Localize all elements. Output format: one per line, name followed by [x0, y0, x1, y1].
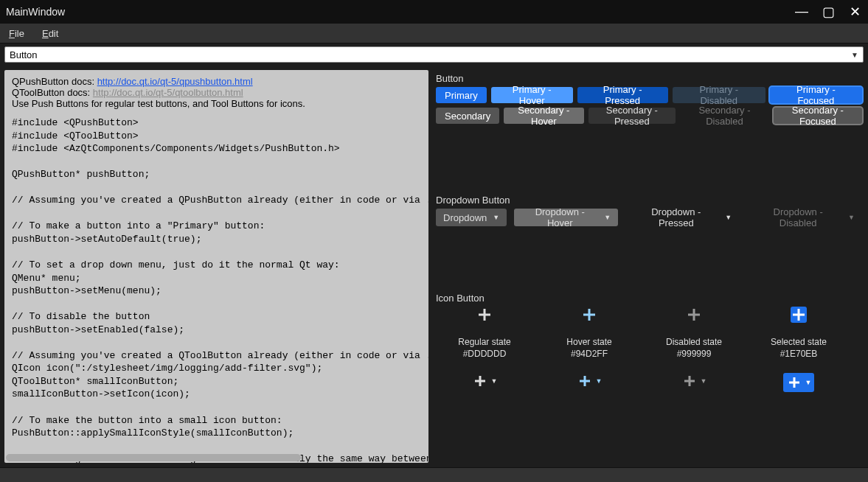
icon-dropdown-hover: ▼ — [541, 373, 638, 392]
icon-dropdown-regular: ▼ — [436, 373, 533, 392]
close-icon[interactable]: ✕ — [847, 4, 862, 20]
primary-hover-button[interactable]: Primary - Hover — [491, 87, 573, 103]
usage-note: Use Push Buttons for regular test button… — [12, 98, 421, 109]
dropdown-label: Dropdown - Disabled — [754, 206, 842, 228]
qpush-docs-label: QPushButton docs: — [12, 76, 97, 87]
horizontal-scrollbar[interactable] — [6, 454, 427, 461]
plus-icon[interactable] — [476, 307, 493, 323]
dropdown-pressed-button[interactable]: Dropdown - Pressed▼ — [625, 209, 739, 226]
dropdown-section-label: Dropdown Button — [436, 195, 862, 206]
secondary-button-row: Secondary Secondary - Hover Secondary - … — [436, 108, 862, 124]
secondary-button[interactable]: Secondary — [436, 108, 499, 124]
primary-focused-button[interactable]: Primary - Focused — [770, 87, 862, 103]
plus-dropdown-icon[interactable]: ▼ — [577, 373, 603, 389]
qtool-docs-link[interactable]: http://doc.qt.io/qt-5/qtoolbutton.html — [93, 87, 243, 98]
plus-dropdown-icon[interactable]: ▼ — [783, 373, 815, 392]
code-snippet: #include <QPushButton> #include <QToolBu… — [12, 116, 421, 463]
qpush-docs-line: QPushButton docs: http://doc.qt.io/qt-5/… — [12, 76, 421, 87]
plus-dropdown-icon[interactable]: ▼ — [472, 373, 498, 389]
titlebar: MainWindow — ▢ ✕ — [0, 0, 868, 24]
qtool-docs-line: QToolButton docs: http://doc.qt.io/qt-5/… — [12, 87, 421, 98]
icon-button-section: Icon Button Regular state#DDDDDD Hover s… — [436, 293, 862, 392]
icon-cell-regular — [436, 307, 533, 323]
window-controls: — ▢ ✕ — [794, 4, 862, 20]
button-section-label: Button — [436, 73, 862, 84]
statusbar — [0, 467, 868, 482]
chevron-down-icon: ▼ — [848, 214, 855, 221]
page-selector[interactable]: Button ▼ — [4, 46, 864, 63]
icon-cell-selected — [750, 307, 847, 323]
icon-button-grid: Regular state#DDDDDD Hover state#94D2FF … — [436, 307, 862, 392]
dropdown-row: Dropdown▼ Dropdown - Hover▼ Dropdown - P… — [436, 209, 862, 226]
page-selector-row: Button ▼ — [0, 43, 868, 66]
icon-section-label: Icon Button — [436, 293, 862, 304]
qpush-docs-link[interactable]: http://doc.qt.io/qt-5/qpushbutton.html — [97, 76, 253, 87]
dropdown-button[interactable]: Dropdown▼ — [436, 209, 507, 226]
maximize-icon[interactable]: ▢ — [821, 4, 836, 20]
primary-pressed-button[interactable]: Primary - Pressed — [577, 87, 668, 103]
secondary-hover-button[interactable]: Secondary - Hover — [504, 108, 583, 124]
chevron-down-icon: ▼ — [604, 214, 611, 221]
main-area: QPushButton docs: http://doc.qt.io/qt-5/… — [0, 66, 868, 467]
menubar: File Edit — [0, 24, 868, 43]
secondary-disabled-button: Secondary - Disabled — [680, 108, 769, 124]
icon-caption-selected: Selected state#1E70EB — [750, 336, 847, 360]
icon-caption-regular: Regular state#DDDDDD — [436, 336, 533, 360]
dropdown-hover-button[interactable]: Dropdown - Hover▼ — [514, 209, 618, 226]
menu-edit[interactable]: Edit — [42, 28, 58, 39]
icon-caption-hover: Hover state#94D2FF — [541, 336, 638, 360]
dropdown-label: Dropdown — [443, 212, 487, 223]
plus-dropdown-icon: ▼ — [681, 373, 707, 389]
secondary-focused-button[interactable]: Secondary - Focused — [774, 108, 862, 124]
dropdown-disabled-button: Dropdown - Disabled▼ — [746, 209, 862, 226]
plus-icon[interactable] — [581, 307, 597, 323]
primary-disabled-button: Primary - Disabled — [673, 87, 765, 103]
dropdown-label: Dropdown - Hover — [521, 206, 598, 228]
chevron-down-icon: ▼ — [725, 214, 732, 221]
icon-cell-disabled — [645, 307, 743, 323]
secondary-pressed-button[interactable]: Secondary - Pressed — [588, 108, 676, 124]
qtool-docs-label: QToolButton docs: — [12, 87, 93, 98]
plus-icon — [686, 307, 702, 323]
examples-panel: Button Primary Primary - Hover Primary -… — [434, 70, 864, 463]
icon-caption-disabled: Disabled state#999999 — [645, 336, 743, 360]
plus-icon[interactable] — [791, 307, 807, 323]
page-selector-value: Button — [10, 49, 38, 60]
dropdown-section: Dropdown Button Dropdown▼ Dropdown - Hov… — [436, 195, 862, 226]
window-title: MainWindow — [6, 6, 65, 18]
primary-button-row: Primary Primary - Hover Primary - Presse… — [436, 87, 862, 103]
icon-dropdown-disabled: ▼ — [645, 373, 743, 392]
primary-button[interactable]: Primary — [436, 87, 487, 103]
dropdown-label: Dropdown - Pressed — [633, 206, 719, 228]
minimize-icon[interactable]: — — [794, 4, 809, 20]
documentation-panel: QPushButton docs: http://doc.qt.io/qt-5/… — [4, 70, 428, 463]
chevron-down-icon: ▼ — [493, 214, 499, 221]
icon-cell-hover — [541, 307, 638, 323]
button-section: Button Primary Primary - Hover Primary -… — [436, 73, 862, 128]
menu-file[interactable]: File — [9, 28, 24, 39]
icon-dropdown-selected: ▼ — [750, 373, 847, 392]
chevron-down-icon: ▼ — [851, 51, 858, 59]
